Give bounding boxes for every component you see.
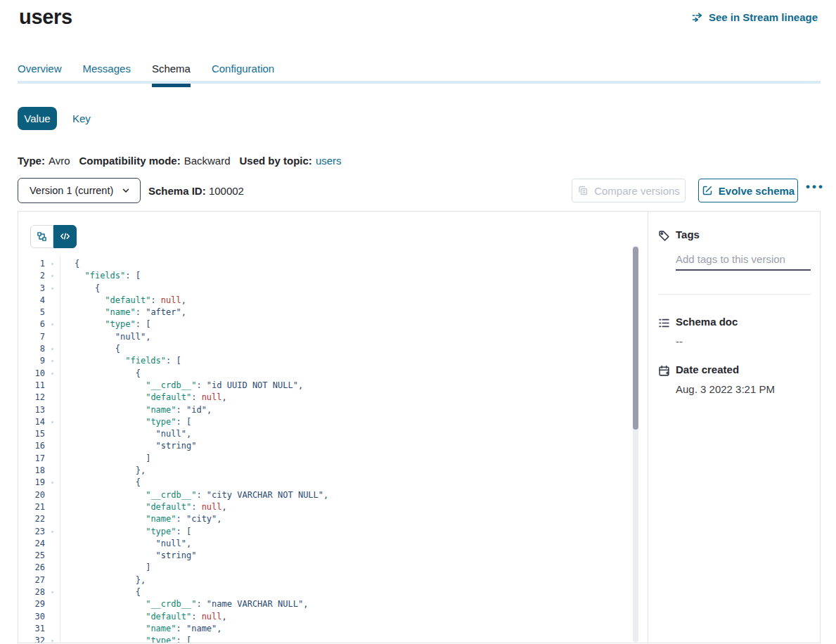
code-text: "fields": [	[60, 355, 181, 367]
schema-id-label: Schema ID:	[148, 185, 206, 197]
schema-doc-title: Schema doc	[676, 316, 738, 328]
code-line: 3▾ {	[18, 283, 820, 295]
code-text: "null",	[60, 538, 191, 550]
line-number: 5	[18, 307, 45, 318]
code-text: "default": null,	[60, 392, 227, 404]
line-number: 17	[18, 453, 45, 465]
compatibility-value: Backward	[184, 155, 231, 167]
code-text: "null",	[60, 428, 191, 440]
code-line: 20 "__crdb__": "city VARCHAR NOT NULL",	[18, 489, 820, 501]
line-number: 14	[18, 416, 45, 428]
fold-spacer	[45, 428, 60, 440]
fold-arrow-icon[interactable]: ▾	[45, 368, 60, 380]
code-scrollbar-thumb[interactable]	[633, 247, 638, 430]
see-in-stream-lineage-link[interactable]: See in Stream lineage	[691, 11, 818, 23]
fold-arrow-icon[interactable]: ▾	[45, 283, 60, 295]
page-title: users	[19, 6, 72, 29]
code-text: "type": [	[60, 526, 191, 538]
code-text: {	[60, 586, 141, 598]
fold-arrow-icon[interactable]: ▾	[45, 343, 60, 355]
fold-spacer	[45, 623, 60, 635]
fold-arrow-icon[interactable]: ▾	[45, 416, 60, 428]
code-text: "default": null,	[60, 295, 186, 307]
fold-spacer	[45, 574, 60, 586]
sidebar-divider	[658, 294, 811, 295]
fold-arrow-icon[interactable]: ▾	[45, 318, 60, 330]
more-options-icon[interactable]: •••	[806, 180, 825, 194]
fold-arrow-icon[interactable]: ▾	[45, 635, 60, 643]
code-text: "null",	[60, 331, 150, 343]
evolve-schema-label: Evolve schema	[719, 185, 795, 197]
stream-lineage-icon	[691, 12, 704, 23]
schema-doc-icon	[658, 317, 670, 329]
code-line: 18 },	[18, 465, 820, 477]
code-scrollbar[interactable]	[633, 245, 638, 643]
code-text: "name": "city",	[60, 513, 222, 525]
code-line: 4 "default": null,	[18, 295, 820, 307]
code-text: {	[60, 343, 120, 355]
add-tags-input[interactable]	[676, 248, 811, 271]
fold-spacer	[45, 501, 60, 513]
code-line: 8▾ {	[18, 343, 820, 355]
fold-arrow-icon[interactable]: ▾	[45, 526, 60, 538]
line-number: 2	[18, 270, 45, 282]
code-text: "default": null,	[60, 501, 227, 513]
line-number: 22	[18, 513, 45, 525]
code-view-button[interactable]	[53, 225, 77, 248]
fold-arrow-icon[interactable]: ▾	[45, 477, 60, 489]
compatibility-label: Compatibility mode:	[79, 155, 180, 167]
code-text: "string"	[60, 440, 196, 452]
line-number: 16	[18, 440, 45, 452]
used-by-topic-label: Used by topic:	[240, 155, 312, 167]
code-text: {	[60, 477, 141, 489]
line-number: 11	[18, 380, 45, 392]
line-number: 13	[18, 404, 45, 416]
code-line: 32▾ "type": [	[18, 635, 820, 643]
line-number: 12	[18, 392, 45, 404]
line-number: 3	[18, 283, 45, 295]
fold-arrow-icon[interactable]: ▾	[45, 270, 60, 282]
code-text: "default": null,	[60, 611, 227, 623]
line-number: 20	[18, 489, 45, 501]
lineage-link-label: See in Stream lineage	[709, 11, 818, 23]
code-line: 24 "null",	[18, 538, 820, 550]
fold-spacer	[45, 404, 60, 416]
fold-spacer	[45, 489, 60, 501]
line-number: 6	[18, 318, 45, 330]
tree-view-button[interactable]	[30, 225, 53, 248]
line-number: 26	[18, 562, 45, 574]
code-text: ]	[60, 562, 150, 574]
code-line: 22 "name": "city",	[18, 513, 820, 525]
view-toggle-group	[30, 225, 77, 248]
code-line: 29 "__crdb__": "name VARCHAR NULL",	[18, 598, 820, 610]
fold-arrow-icon[interactable]: ▾	[45, 586, 60, 598]
code-line: 2▾ "fields": [	[18, 270, 820, 282]
code-line: 15 "null",	[18, 428, 820, 440]
code-view-icon	[60, 231, 70, 242]
topic-link[interactable]: users	[316, 155, 342, 167]
fold-spacer	[45, 538, 60, 550]
line-number: 4	[18, 295, 45, 307]
line-number: 30	[18, 611, 45, 623]
code-text: ]	[60, 453, 150, 465]
code-text: "fields": [	[60, 270, 141, 282]
evolve-schema-button[interactable]: Evolve schema	[698, 179, 798, 202]
code-line: 27 },	[18, 574, 820, 586]
code-text: "__crdb__": "city VARCHAR NOT NULL",	[60, 489, 328, 501]
line-number: 8	[18, 343, 45, 355]
code-line: 30 "default": null,	[18, 611, 820, 623]
version-select[interactable]: Version 1 (current)	[18, 178, 141, 203]
line-number: 21	[18, 501, 45, 513]
code-line: 19▾ {	[18, 477, 820, 489]
line-number: 10	[18, 368, 45, 380]
compare-versions-label: Compare versions	[594, 185, 680, 197]
fold-arrow-icon[interactable]: ▾	[45, 355, 60, 367]
compare-versions-button[interactable]: Compare versions	[572, 179, 686, 202]
fold-spacer	[45, 392, 60, 404]
fold-arrow-icon[interactable]: ▾	[45, 258, 60, 270]
chevron-down-icon	[121, 186, 131, 195]
value-toggle-button[interactable]: Value	[18, 107, 57, 130]
key-toggle-button[interactable]: Key	[72, 112, 91, 124]
line-number: 24	[18, 538, 45, 550]
code-text: "__crdb__": "id UUID NOT NULL",	[60, 380, 303, 392]
